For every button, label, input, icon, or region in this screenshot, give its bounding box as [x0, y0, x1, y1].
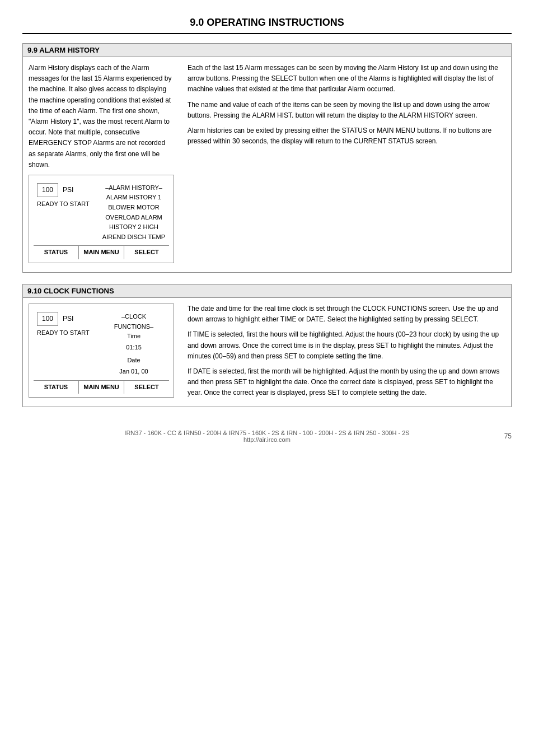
- clock-display-inner: 100 PSI READY TO START –CLOCK FUNCTIONS–…: [34, 307, 169, 377]
- footer-line2: http://air.irco.com: [243, 436, 291, 443]
- footer: IRN37 - 160K - CC & IRN50 - 200H & IRN75…: [22, 430, 512, 443]
- alarm-main-menu-button[interactable]: MAIN MENU: [79, 246, 124, 259]
- clock-status-button[interactable]: STATUS: [34, 381, 79, 394]
- alarm-item-5: TEMP: [148, 234, 166, 240]
- alarm-item-0: ALARM HISTORY 1: [106, 194, 161, 200]
- alarm-description: Alarm History displays each of the Alarm…: [29, 63, 174, 170]
- page-title: 9.0 OPERATING INSTRUCTIONS: [22, 17, 512, 34]
- clock-psi-box: 100: [37, 312, 58, 326]
- alarm-right-desc-2: Alarm histories can be exited by pressin…: [188, 125, 503, 147]
- alarm-item-1: BLOWER MOTOR: [108, 204, 159, 211]
- section-alarm-header: 9.9 ALARM HISTORY: [23, 44, 511, 57]
- alarm-history-header-line: –ALARM HISTORY–: [102, 183, 166, 193]
- clock-right-column: The date and time for the real time cloc…: [180, 298, 511, 407]
- footer-line1: IRN37 - 160K - CC & IRN50 - 200H & IRN75…: [124, 430, 409, 436]
- clock-date-value: Jan 01, 00: [102, 367, 166, 377]
- alarm-right-desc-0: Each of the last 15 Alarm messages can b…: [188, 63, 503, 95]
- clock-right-desc-2: If DATE is selected, first the month wil…: [188, 366, 503, 399]
- section-alarm-history: 9.9 ALARM HISTORY Alarm History displays…: [22, 43, 512, 273]
- clock-select-button[interactable]: SELECT: [124, 381, 169, 394]
- alarm-ready-label: READY TO START: [37, 199, 99, 209]
- clock-display-right: –CLOCK FUNCTIONS– Time 01:15 Date Jan 01…: [99, 312, 166, 377]
- section-clock-functions: 9.10 CLOCK FUNCTIONS 100 PSI READY TO ST…: [22, 284, 512, 407]
- alarm-display-buttons: STATUS MAIN MENU SELECT: [34, 245, 169, 259]
- clock-display-box: 100 PSI READY TO START –CLOCK FUNCTIONS–…: [29, 304, 174, 398]
- clock-display-left: 100 PSI READY TO START: [37, 312, 99, 377]
- clock-psi-value: 100: [42, 315, 53, 323]
- alarm-display-box: 100 PSI READY TO START –ALARM HISTORY– A…: [29, 175, 174, 263]
- clock-time-value: 01:15: [102, 343, 166, 353]
- clock-ready-label: READY TO START: [37, 328, 99, 338]
- clock-header-line: –CLOCK FUNCTIONS–: [102, 312, 166, 332]
- alarm-right-desc-1: The name and value of each of the items …: [188, 100, 503, 121]
- alarm-item-2: OVERLOAD: [105, 214, 139, 221]
- clock-psi-label: PSI: [63, 314, 73, 324]
- alarm-display-inner: 100 PSI READY TO START –ALARM HISTORY– A…: [34, 179, 169, 242]
- section-clock-body: 100 PSI READY TO START –CLOCK FUNCTIONS–…: [23, 298, 511, 407]
- alarm-select-button[interactable]: SELECT: [124, 246, 169, 259]
- alarm-display-left: 100 PSI READY TO START: [37, 183, 99, 242]
- clock-right-desc-1: If TIME is selected, first the hours wil…: [188, 329, 503, 362]
- alarm-right-column: Each of the last 15 Alarm messages can b…: [180, 57, 511, 272]
- clock-left-column: 100 PSI READY TO START –CLOCK FUNCTIONS–…: [23, 298, 180, 407]
- alarm-left-column: Alarm History displays each of the Alarm…: [23, 57, 180, 272]
- section-alarm-body: Alarm History displays each of the Alarm…: [23, 57, 511, 272]
- alarm-psi-row: 100 PSI: [37, 183, 99, 197]
- clock-psi-row: 100 PSI: [37, 312, 99, 326]
- clock-display-buttons: STATUS MAIN MENU SELECT: [34, 380, 169, 394]
- section-clock-header: 9.10 CLOCK FUNCTIONS: [23, 284, 511, 298]
- clock-date-label: Date: [102, 356, 166, 366]
- clock-right-desc-0: The date and time for the real time cloc…: [188, 304, 503, 325]
- footer-page-number: 75: [504, 432, 512, 440]
- alarm-psi-value: 100: [42, 186, 53, 194]
- clock-time-label: Time: [102, 332, 166, 342]
- alarm-display-right: –ALARM HISTORY– ALARM HISTORY 1 BLOWER M…: [99, 183, 166, 242]
- alarm-psi-box: 100: [37, 183, 58, 197]
- alarm-status-button[interactable]: STATUS: [34, 246, 79, 259]
- alarm-psi-label: PSI: [63, 185, 73, 195]
- clock-main-menu-button[interactable]: MAIN MENU: [79, 381, 124, 394]
